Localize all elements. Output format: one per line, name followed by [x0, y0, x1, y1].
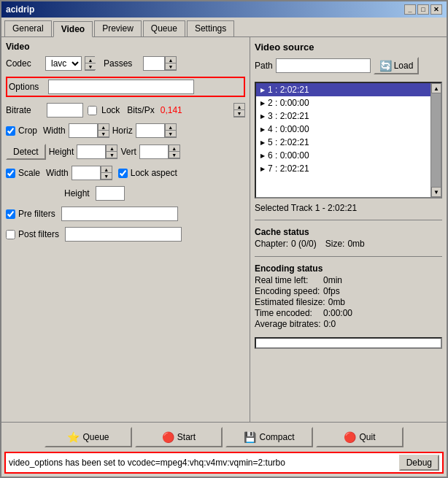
- tab-queue[interactable]: Queue: [143, 20, 185, 36]
- size-value: 0mb: [347, 239, 364, 249]
- crop-width-down[interactable]: ▼: [99, 131, 109, 137]
- lock-checkbox[interactable]: [88, 106, 97, 115]
- scale-width-input[interactable]: 480: [72, 166, 101, 180]
- scale-width-spinbox: 480 ▲ ▼: [72, 166, 112, 180]
- codec-spinner-up[interactable]: ▲: [85, 57, 96, 63]
- track-item-4[interactable]: ▶ 4 : 0:00:00: [256, 123, 430, 136]
- queue-button[interactable]: ⭐ Queue: [45, 427, 132, 447]
- start-button[interactable]: 🔴 Start: [135, 427, 223, 447]
- track-arrow-3: ▶: [260, 113, 265, 120]
- lock-label: Lock: [101, 105, 120, 115]
- scale-height-input[interactable]: 384: [96, 186, 125, 201]
- scale-width-up[interactable]: ▲: [101, 166, 112, 173]
- cache-status-label: Cache status: [255, 227, 442, 237]
- debug-button[interactable]: Debug: [399, 455, 439, 471]
- scale-checkbox[interactable]: [6, 169, 15, 178]
- track-list-scrollbar[interactable]: ▲ ▼: [430, 83, 441, 197]
- crop-width-label: Width: [43, 126, 66, 136]
- lock-aspect-checkbox[interactable]: [118, 169, 128, 178]
- post-filters-checkbox[interactable]: [6, 230, 15, 239]
- window-controls: _ □ ✕: [404, 4, 442, 15]
- track-item-1[interactable]: ▶ 1 : 2:02:21: [256, 83, 430, 96]
- compact-button[interactable]: 💾 Compact: [225, 427, 313, 447]
- pre-filters-checkbox[interactable]: [6, 209, 15, 219]
- estimated-filesize-value: 0mb: [328, 297, 345, 307]
- load-button[interactable]: 🔄 Load: [374, 57, 420, 74]
- vert-down[interactable]: ▼: [169, 152, 179, 158]
- height-up[interactable]: ▲: [107, 145, 117, 152]
- bits-px-value: 0,141: [161, 105, 182, 115]
- crop-width-up[interactable]: ▲: [99, 124, 109, 131]
- codec-spinner-down[interactable]: ▼: [85, 63, 96, 70]
- tab-bar: General Video Preview Queue Settings: [1, 18, 447, 36]
- crop-row: Crop Width 0 ▲ ▼ Horiz 0 ▲ ▼: [6, 123, 245, 138]
- passes-spinbox: 3 ▲ ▼: [143, 56, 177, 71]
- track-item-7[interactable]: ▶ 7 : 2:02:21: [256, 162, 430, 175]
- vert-input[interactable]: 0: [139, 144, 169, 159]
- bits-px-label: Bits/Px: [127, 105, 154, 115]
- passes-spinner-down[interactable]: ▼: [166, 63, 176, 70]
- bitrate-label: Bitrate: [6, 105, 42, 115]
- bitrate-spinner-up[interactable]: ▲: [234, 104, 244, 110]
- height-input[interactable]: 0: [77, 144, 106, 159]
- encoding-speed-value: 0fps: [323, 286, 340, 296]
- scale-width-down[interactable]: ▼: [101, 173, 112, 180]
- track-label-1: 1 : 2:02:21: [268, 85, 309, 95]
- scrollbar-track[interactable]: [431, 93, 441, 187]
- track-item-2[interactable]: ▶ 2 : 0:00:00: [256, 96, 430, 109]
- content-area: Video Codec lavc ▲ ▼ Passes 3 ▲ ▼: [1, 36, 447, 422]
- crop-width-input[interactable]: 0: [69, 123, 98, 138]
- track-arrow-6: ▶: [260, 153, 265, 159]
- quit-button[interactable]: 🔴 Quit: [316, 427, 403, 447]
- tab-general[interactable]: General: [4, 20, 52, 36]
- crop-checkbox[interactable]: [6, 126, 15, 136]
- tab-video[interactable]: Video: [53, 21, 93, 37]
- scale-height-label: Height: [64, 188, 90, 198]
- horiz-input[interactable]: 0: [136, 123, 165, 138]
- status-bar: video_options has been set to vcodec=mpe…: [4, 452, 444, 474]
- video-source-label: Video source: [255, 42, 442, 53]
- horiz-down[interactable]: ▼: [166, 131, 176, 137]
- horiz-up[interactable]: ▲: [166, 124, 176, 131]
- path-input[interactable]: /mnt/cdrom: [276, 58, 371, 73]
- path-row: Path /mnt/cdrom 🔄 Load: [255, 57, 442, 74]
- codec-select[interactable]: lavc: [45, 56, 82, 71]
- progress-bar: [255, 337, 442, 349]
- tab-preview[interactable]: Preview: [94, 20, 142, 36]
- track-arrow-2: ▶: [260, 100, 265, 107]
- track-item-5[interactable]: ▶ 5 : 2:02:21: [256, 136, 430, 149]
- track-item-3[interactable]: ▶ 3 : 2:02:21: [256, 109, 430, 123]
- post-filters-input[interactable]: [65, 227, 182, 242]
- codec-row: Codec lavc ▲ ▼ Passes 3 ▲ ▼: [6, 56, 245, 71]
- chapter-row: Chapter: 0 (0/0) Size: 0mb: [255, 239, 442, 249]
- detect-button[interactable]: Detect: [6, 144, 46, 160]
- track-label-5: 5 : 2:02:21: [268, 137, 309, 147]
- bitrate-spinner-down[interactable]: ▼: [234, 110, 244, 117]
- encoding-status-label: Encoding status: [255, 263, 442, 274]
- horiz-spinbox: 0 ▲ ▼: [136, 123, 177, 138]
- status-text: video_options has been set to vcodec=mpe…: [9, 458, 399, 468]
- track-arrow-1: ▶: [260, 87, 265, 93]
- pre-filters-input[interactable]: pp=de: [61, 207, 178, 221]
- load-icon: 🔄: [379, 60, 392, 72]
- options-input[interactable]: =mpeg4:vhq:v4mv:vqmin=2:turbo: [48, 80, 194, 94]
- maximize-button[interactable]: □: [417, 4, 429, 15]
- close-button[interactable]: ✕: [430, 4, 442, 15]
- divider-1: [255, 220, 442, 220]
- tab-settings[interactable]: Settings: [187, 20, 234, 36]
- track-item-6[interactable]: ▶ 6 : 0:00:00: [256, 149, 430, 162]
- scrollbar-up[interactable]: ▲: [431, 83, 441, 93]
- size-label: Size:: [325, 239, 345, 249]
- scrollbar-down[interactable]: ▼: [431, 187, 441, 197]
- vert-up[interactable]: ▲: [169, 145, 179, 152]
- passes-input[interactable]: 3: [143, 56, 165, 71]
- bitrate-row: Bitrate 652 Lock Bits/Px 0,141 ▲ ▼: [6, 103, 245, 117]
- bitrate-input[interactable]: 652: [47, 103, 83, 117]
- cache-status-section: Cache status Chapter: 0 (0/0) Size: 0mb: [255, 227, 442, 250]
- load-label: Load: [394, 61, 414, 71]
- height-down[interactable]: ▼: [107, 152, 117, 158]
- compact-icon: 💾: [244, 431, 256, 443]
- minimize-button[interactable]: _: [404, 4, 416, 15]
- passes-spinner-up[interactable]: ▲: [166, 57, 176, 63]
- options-label: Options: [9, 82, 45, 92]
